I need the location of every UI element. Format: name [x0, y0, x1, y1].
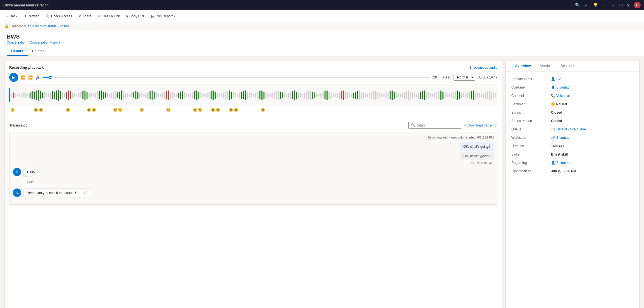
emotion-icon-5: 😊	[87, 108, 91, 112]
svg-rect-228	[473, 90, 474, 100]
svg-rect-148	[310, 90, 311, 100]
svg-rect-81	[174, 93, 175, 97]
value-skills: B test skill	[551, 152, 634, 156]
emotion-icon-1: 🙁	[10, 108, 15, 112]
transcript-header: Transcript 🔍 ⬇ Download transcript	[9, 122, 497, 129]
tab-overview[interactable]: Overview	[510, 61, 535, 71]
value-regarding[interactable]: 👤 B contact	[551, 161, 634, 165]
emotion-icon-6: 🙁	[92, 108, 96, 112]
svg-rect-51	[113, 92, 114, 99]
run-report-button[interactable]: ▤ Run Report ▾	[148, 13, 178, 20]
avatar-2: +1	[13, 188, 21, 197]
svg-rect-210	[437, 92, 438, 99]
svg-rect-185	[385, 93, 387, 98]
svg-rect-120	[253, 94, 254, 97]
status-text: This record's status: Closed	[28, 24, 69, 28]
tab-details[interactable]: Details	[7, 47, 28, 56]
svg-rect-77	[166, 91, 167, 99]
speed-selector[interactable]: Normal 0.5x 0.75x 1.25x 1.5x 2x	[454, 74, 475, 81]
help-icon[interactable]: ?	[627, 3, 629, 8]
search-icon[interactable]: 🔍	[575, 3, 580, 8]
value-workstream[interactable]: 🔗 B contact	[551, 136, 634, 140]
svg-rect-16	[42, 92, 43, 98]
transcript-title: Transcript	[9, 123, 27, 127]
neutral-icon: 😐	[551, 102, 555, 106]
emotion-icon-7: 😊	[113, 108, 118, 112]
svg-rect-193	[402, 93, 403, 98]
value-queue[interactable]: 📋 Default voice queue	[551, 127, 634, 131]
check-access-button[interactable]: 🔍 Check Access	[43, 13, 75, 20]
svg-rect-27	[64, 93, 65, 97]
emotion-icon-12: 🙁	[198, 108, 202, 112]
lightbulb-icon[interactable]: 💡	[593, 3, 598, 8]
svg-rect-204	[424, 90, 425, 100]
emotion-icon-13: 😊	[211, 108, 215, 112]
download-transcript-button[interactable]: ⬇ Download transcript	[464, 123, 497, 127]
search-input[interactable]	[417, 123, 459, 127]
svg-rect-20	[50, 93, 51, 98]
emotion-icon-9: 😊	[139, 108, 144, 112]
svg-rect-11	[32, 91, 33, 99]
back-button[interactable]: ← Back	[2, 13, 20, 20]
download-audio-button[interactable]: ⬇ Download audio	[469, 66, 497, 70]
svg-rect-170	[355, 92, 356, 99]
svg-rect-158	[331, 92, 332, 98]
svg-rect-165	[345, 92, 346, 99]
download-audio-icon: ⬇	[469, 66, 472, 70]
svg-rect-110	[233, 92, 234, 98]
breadcrumb-conversation[interactable]: Conversation	[7, 40, 27, 44]
svg-rect-114	[241, 92, 242, 99]
svg-rect-128	[269, 94, 271, 97]
svg-rect-149	[312, 92, 313, 99]
share-button[interactable]: ↗ Share	[75, 13, 94, 20]
search-box[interactable]: 🔍	[408, 122, 461, 129]
refresh-button[interactable]: ↺ Refresh	[21, 13, 42, 20]
speed-section: Speed Normal 0.5x 0.75x 1.25x 1.5x 2x	[442, 74, 475, 81]
play-button[interactable]: ▶	[9, 73, 18, 82]
svg-rect-184	[383, 94, 385, 97]
check-circle-icon[interactable]: ✓	[585, 3, 588, 8]
svg-rect-172	[359, 90, 360, 100]
tab-sessions[interactable]: Sessions	[556, 61, 580, 71]
svg-rect-33	[76, 94, 77, 97]
skip-forward-button[interactable]: ⏩	[28, 75, 33, 80]
svg-rect-147	[308, 91, 309, 99]
plus-icon[interactable]: ＋	[603, 3, 607, 8]
svg-rect-15	[40, 91, 41, 99]
bubble-left-1-sub: Hello.	[23, 178, 33, 186]
right-panel: Overview Metrics Sessions Primary agent …	[505, 61, 640, 308]
svg-rect-140	[294, 90, 295, 100]
value-customer[interactable]: 👤 B contact	[551, 85, 634, 89]
copy-url-button[interactable]: ⎘ Copy URL	[123, 13, 148, 20]
svg-rect-167	[349, 93, 350, 97]
emotion-icon-14: 🙁	[216, 108, 220, 112]
svg-rect-92	[196, 90, 197, 100]
tab-metrics[interactable]: Metrics	[535, 61, 556, 71]
svg-rect-41	[93, 94, 94, 97]
svg-rect-129	[272, 93, 273, 98]
svg-rect-84	[180, 92, 181, 99]
skip-back-button[interactable]: ⏪	[21, 75, 25, 80]
breadcrumb-form[interactable]: Conversation Form ▾	[30, 40, 60, 44]
bubble-left-1: Hello.	[23, 168, 33, 177]
value-channel[interactable]: 📞 Voice call	[551, 94, 634, 98]
svg-rect-154	[323, 92, 324, 99]
refresh-label: Refresh	[28, 14, 39, 18]
tab-related[interactable]: Related	[28, 47, 49, 56]
readonly-bar: 🔒 Read-only This record's status: Closed	[0, 22, 644, 30]
user-avatar[interactable]: B	[634, 2, 641, 8]
chat-bubble-right-2: OK, what's going?	[13, 152, 494, 160]
volume-slider[interactable]	[43, 77, 430, 78]
filter-icon[interactable]: ▽	[611, 3, 615, 8]
settings-icon[interactable]: ⚙	[619, 3, 623, 8]
svg-rect-125	[263, 92, 264, 99]
svg-rect-188	[392, 90, 393, 100]
svg-rect-159	[333, 93, 334, 97]
time-current: 00:00	[478, 75, 486, 79]
waveform-container[interactable]	[9, 84, 497, 106]
svg-rect-62	[135, 91, 137, 99]
svg-rect-96	[204, 94, 206, 97]
email-link-button[interactable]: ✉ Email a Link	[95, 13, 123, 20]
value-primary-agent[interactable]: 👤 BV	[551, 77, 634, 81]
detail-row-skills: Skills B test skill	[506, 150, 639, 159]
